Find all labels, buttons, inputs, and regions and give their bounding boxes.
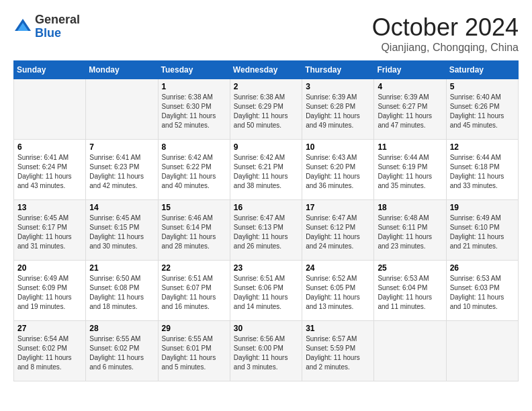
cell-text: Sunrise: 6:41 AM <box>89 153 154 163</box>
cell-text: Sunrise: 6:44 AM <box>450 153 515 163</box>
cell-text: Sunset: 6:20 PM <box>306 163 370 172</box>
cell-text: Sunrise: 6:55 AM <box>162 334 226 344</box>
cell-text: Sunrise: 6:49 AM <box>17 274 82 283</box>
cell-text: Sunset: 6:01 PM <box>162 344 226 353</box>
calendar-cell: 12Sunrise: 6:44 AMSunset: 6:18 PMDayligh… <box>446 140 518 200</box>
cell-text: Sunset: 6:18 PM <box>450 163 515 172</box>
day-number: 25 <box>378 263 442 273</box>
day-number: 20 <box>17 263 82 273</box>
day-number: 4 <box>378 82 442 91</box>
calendar-cell: 23Sunrise: 6:51 AMSunset: 6:06 PMDayligh… <box>230 261 302 321</box>
cell-text: Sunrise: 6:54 AM <box>17 334 82 344</box>
cell-text: Sunrise: 6:43 AM <box>306 153 370 163</box>
cell-text: Sunset: 6:02 PM <box>89 344 154 353</box>
cell-text: Sunrise: 6:56 AM <box>234 334 298 344</box>
calendar-cell: 19Sunrise: 6:49 AMSunset: 6:10 PMDayligh… <box>446 200 518 261</box>
cell-text: Daylight: 11 hours and 14 minutes. <box>234 293 298 312</box>
cell-text: Sunrise: 6:55 AM <box>89 334 154 344</box>
logo-blue: Blue <box>35 26 61 40</box>
cell-text: Daylight: 11 hours and 18 minutes. <box>89 293 154 312</box>
weekday-monday: Monday <box>86 61 158 79</box>
cell-text: Sunrise: 6:42 AM <box>234 153 298 163</box>
calendar-cell <box>14 79 86 140</box>
cell-text: Sunrise: 6:41 AM <box>17 153 82 163</box>
cell-text: Daylight: 11 hours and 21 minutes. <box>450 232 515 251</box>
calendar-cell: 11Sunrise: 6:44 AMSunset: 6:19 PMDayligh… <box>374 140 446 200</box>
calendar-cell: 2Sunrise: 6:38 AMSunset: 6:29 PMDaylight… <box>230 79 302 140</box>
calendar-cell <box>374 321 446 381</box>
cell-text: Daylight: 11 hours and 8 minutes. <box>17 353 82 372</box>
cell-text: Sunrise: 6:39 AM <box>306 93 370 102</box>
day-number: 19 <box>450 203 515 212</box>
calendar-cell: 5Sunrise: 6:40 AMSunset: 6:26 PMDaylight… <box>446 79 518 140</box>
cell-text: Daylight: 11 hours and 36 minutes. <box>306 172 370 191</box>
cell-text: Sunrise: 6:49 AM <box>450 214 515 223</box>
calendar-week-2: 6Sunrise: 6:41 AMSunset: 6:24 PMDaylight… <box>14 140 519 200</box>
calendar-cell: 1Sunrise: 6:38 AMSunset: 6:30 PMDaylight… <box>158 79 230 140</box>
calendar-cell: 4Sunrise: 6:39 AMSunset: 6:27 PMDaylight… <box>374 79 446 140</box>
day-number: 9 <box>234 142 298 152</box>
cell-text: Daylight: 11 hours and 10 minutes. <box>450 293 515 312</box>
weekday-wednesday: Wednesday <box>230 61 302 79</box>
cell-text: Sunrise: 6:57 AM <box>306 334 370 344</box>
location: Qianjiang, Chongqing, China <box>372 42 519 54</box>
calendar-week-3: 13Sunrise: 6:45 AMSunset: 6:17 PMDayligh… <box>14 200 519 261</box>
cell-text: Daylight: 11 hours and 43 minutes. <box>17 172 82 191</box>
day-number: 17 <box>306 203 370 212</box>
cell-text: Daylight: 11 hours and 52 minutes. <box>162 111 226 130</box>
cell-text: Daylight: 11 hours and 2 minutes. <box>306 353 370 372</box>
calendar-cell: 24Sunrise: 6:52 AMSunset: 6:05 PMDayligh… <box>302 261 374 321</box>
cell-text: Sunset: 6:14 PM <box>162 223 226 232</box>
cell-text: Sunset: 6:24 PM <box>17 163 82 172</box>
cell-text: Sunrise: 6:45 AM <box>89 214 154 223</box>
cell-text: Daylight: 11 hours and 13 minutes. <box>306 293 370 312</box>
cell-text: Daylight: 11 hours and 11 minutes. <box>378 293 442 312</box>
cell-text: Sunset: 6:05 PM <box>306 283 370 293</box>
day-number: 24 <box>306 263 370 273</box>
calendar-week-1: 1Sunrise: 6:38 AMSunset: 6:30 PMDaylight… <box>14 79 519 140</box>
day-number: 26 <box>450 263 515 273</box>
cell-text: Daylight: 11 hours and 35 minutes. <box>378 172 442 191</box>
cell-text: Daylight: 11 hours and 16 minutes. <box>162 293 226 312</box>
day-number: 31 <box>306 324 370 333</box>
cell-text: Sunrise: 6:40 AM <box>450 93 515 102</box>
weekday-header-row: SundayMondayTuesdayWednesdayThursdayFrid… <box>14 61 519 79</box>
day-number: 6 <box>17 142 82 152</box>
calendar-header: SundayMondayTuesdayWednesdayThursdayFrid… <box>14 61 519 79</box>
cell-text: Sunset: 6:06 PM <box>234 283 298 293</box>
cell-text: Sunrise: 6:51 AM <box>162 274 226 283</box>
cell-text: Sunset: 6:19 PM <box>378 163 442 172</box>
day-number: 27 <box>17 324 82 333</box>
cell-text: Sunrise: 6:44 AM <box>378 153 442 163</box>
day-number: 8 <box>162 142 226 152</box>
cell-text: Sunrise: 6:38 AM <box>234 93 298 102</box>
day-number: 16 <box>234 203 298 212</box>
cell-text: Sunrise: 6:53 AM <box>378 274 442 283</box>
logo-general: General <box>35 13 80 26</box>
calendar-cell: 29Sunrise: 6:55 AMSunset: 6:01 PMDayligh… <box>158 321 230 381</box>
calendar-cell: 3Sunrise: 6:39 AMSunset: 6:28 PMDaylight… <box>302 79 374 140</box>
cell-text: Daylight: 11 hours and 28 minutes. <box>162 232 226 251</box>
calendar-cell: 14Sunrise: 6:45 AMSunset: 6:15 PMDayligh… <box>86 200 158 261</box>
cell-text: Sunset: 6:28 PM <box>306 102 370 111</box>
day-number: 29 <box>162 324 226 333</box>
calendar-cell: 26Sunrise: 6:53 AMSunset: 6:03 PMDayligh… <box>446 261 518 321</box>
cell-text: Sunset: 6:13 PM <box>234 223 298 232</box>
cell-text: Daylight: 11 hours and 31 minutes. <box>17 232 82 251</box>
calendar-cell: 9Sunrise: 6:42 AMSunset: 6:21 PMDaylight… <box>230 140 302 200</box>
cell-text: Sunset: 6:12 PM <box>306 223 370 232</box>
day-number: 15 <box>162 203 226 212</box>
day-number: 5 <box>450 82 515 91</box>
logo-text: General Blue <box>35 13 80 40</box>
cell-text: Sunset: 6:21 PM <box>234 163 298 172</box>
calendar-cell <box>86 79 158 140</box>
cell-text: Sunrise: 6:50 AM <box>89 274 154 283</box>
cell-text: Sunset: 6:02 PM <box>17 344 82 353</box>
cell-text: Sunrise: 6:38 AM <box>162 93 226 102</box>
cell-text: Sunset: 6:23 PM <box>89 163 154 172</box>
calendar-cell: 28Sunrise: 6:55 AMSunset: 6:02 PMDayligh… <box>86 321 158 381</box>
day-number: 14 <box>89 203 154 212</box>
calendar-cell: 22Sunrise: 6:51 AMSunset: 6:07 PMDayligh… <box>158 261 230 321</box>
day-number: 11 <box>378 142 442 152</box>
calendar-cell: 13Sunrise: 6:45 AMSunset: 6:17 PMDayligh… <box>14 200 86 261</box>
